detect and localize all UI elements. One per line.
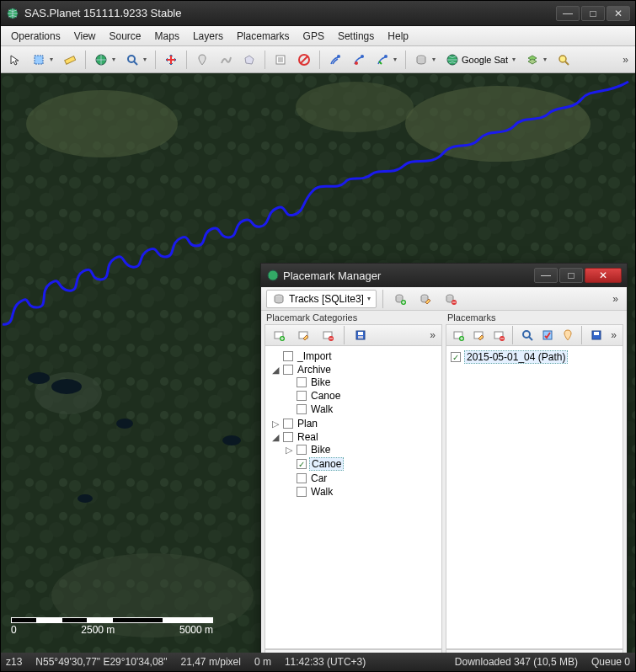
cat-remove-button[interactable] [317, 324, 339, 346]
pm-toolbar-overflow[interactable]: » [607, 329, 620, 341]
cache-tool[interactable]: ▾ [410, 49, 440, 71]
dialog-titlebar[interactable]: Placemark Manager — □ ✕ [261, 264, 627, 287]
checkbox[interactable] [297, 487, 307, 497]
svg-point-26 [26, 90, 178, 157]
checkbox[interactable] [451, 352, 461, 362]
gps-connect-tool[interactable] [324, 49, 346, 71]
checkbox[interactable] [297, 404, 307, 414]
gps-track-tool[interactable] [348, 49, 370, 71]
checkbox[interactable] [297, 445, 307, 455]
cat-toolbar-overflow[interactable]: » [426, 329, 439, 341]
tree-item-import[interactable]: _Import [296, 350, 334, 362]
save-icon [590, 328, 603, 342]
db-edit-icon [419, 292, 432, 306]
tree-item-real-car[interactable]: Car [309, 472, 329, 484]
db-add-button[interactable] [389, 288, 411, 310]
map-source-select[interactable]: Google Sat ▾ [441, 49, 520, 71]
tree-item-real[interactable]: Real [296, 431, 320, 443]
add-path-tool[interactable] [215, 49, 237, 71]
placemark-manager-tool[interactable] [270, 49, 291, 71]
rect-select-tool[interactable]: ▾ [28, 49, 57, 71]
pm-goto-button[interactable] [518, 324, 536, 346]
statusbar: z13 N55°49'30,77" E29°10'34,08" 21,47 m/… [1, 653, 635, 671]
maximize-button[interactable]: □ [581, 6, 605, 21]
pm-remove-button[interactable] [489, 324, 507, 346]
checkbox[interactable] [283, 365, 293, 375]
separator [319, 51, 320, 69]
menu-gps[interactable]: GPS [297, 29, 331, 44]
expand-icon[interactable]: ▷ [270, 419, 281, 429]
menu-maps[interactable]: Maps [148, 29, 186, 44]
menu-placemarks[interactable]: Placemarks [230, 29, 297, 44]
measure-tool[interactable] [59, 49, 81, 71]
placemark-item[interactable]: 2015-05-01_04 (Path) [450, 349, 619, 365]
pm-add-button[interactable] [449, 324, 467, 346]
fullscreen-tool[interactable] [160, 49, 182, 71]
pm-edit-button[interactable] [469, 324, 487, 346]
toolbar-overflow-icon[interactable]: » [619, 54, 632, 66]
menu-layers[interactable]: Layers [186, 29, 230, 44]
tree-item-archive-walk[interactable]: Walk [309, 403, 334, 415]
categories-pane: Placemark Categories » _Import ◢Archive [265, 311, 442, 653]
checkbox[interactable] [283, 432, 293, 442]
map-viewport[interactable]: 0 2500 m 5000 m Placemark Manager — □ ✕ … [1, 73, 635, 653]
disk-icon [414, 53, 428, 67]
dialog-maximize-button[interactable]: □ [559, 268, 583, 283]
pm-select-button[interactable] [538, 324, 556, 346]
expand-icon[interactable]: ◢ [270, 365, 281, 376]
zoom-tool[interactable]: ▾ [121, 49, 151, 71]
db-remove-button[interactable] [440, 288, 462, 310]
pm-pin-button[interactable] [559, 324, 576, 346]
tree-item-real-canoe[interactable]: Canoe [309, 457, 344, 471]
close-button[interactable]: ✕ [607, 6, 630, 21]
tree-item-archive-canoe[interactable]: Canoe [309, 390, 342, 402]
layers-tool[interactable]: ▾ [521, 49, 551, 71]
tree-item-real-bike[interactable]: Bike [309, 444, 332, 456]
tree-item-real-walk[interactable]: Walk [309, 486, 334, 498]
tree-item-archive[interactable]: Archive [296, 364, 333, 376]
minimize-button[interactable]: — [556, 6, 580, 21]
svg-point-31 [28, 372, 50, 384]
separator [155, 51, 156, 69]
menu-operations[interactable]: Operations [4, 29, 67, 44]
menu-settings[interactable]: Settings [331, 29, 381, 44]
dialog-close-button[interactable]: ✕ [585, 268, 622, 283]
scale-mid: 2500 m [81, 624, 115, 636]
hide-marks-tool[interactable] [293, 49, 315, 71]
placemark-label[interactable]: 2015-05-01_04 (Path) [464, 350, 568, 364]
menu-view[interactable]: View [67, 29, 103, 44]
cat-edit-button[interactable] [292, 324, 314, 346]
db-selector[interactable]: Tracks [SQLite3] ▾ [266, 290, 377, 308]
checkbox[interactable] [297, 473, 307, 483]
tree-item-plan[interactable]: Plan [296, 418, 319, 429]
titlebar: SAS.Planet 151111.9233 Stable — □ ✕ [1, 1, 635, 26]
pm-save-button[interactable] [587, 324, 605, 346]
menu-source[interactable]: Source [103, 29, 148, 44]
expand-icon[interactable]: ◢ [270, 432, 281, 443]
separator [405, 51, 406, 69]
gps-follow-tool[interactable]: ▾ [371, 49, 401, 71]
add-polygon-tool[interactable] [238, 49, 260, 71]
checkbox[interactable] [283, 351, 293, 361]
db-toolbar-overflow[interactable]: » [609, 293, 622, 305]
tree-item-archive-bike[interactable]: Bike [309, 376, 332, 388]
cat-save-button[interactable] [350, 324, 371, 346]
checkbox[interactable] [283, 419, 293, 429]
satellite-follow-icon [376, 53, 389, 67]
separator [85, 51, 86, 69]
placemarks-list[interactable]: 2015-05-01_04 (Path) [446, 346, 623, 649]
checkbox[interactable] [297, 377, 307, 387]
add-point-tool[interactable] [191, 49, 213, 71]
dialog-minimize-button[interactable]: — [534, 268, 558, 283]
pointer-tool[interactable] [4, 49, 26, 71]
checkbox[interactable] [297, 391, 307, 401]
search-tool[interactable] [553, 49, 575, 71]
goto-tool[interactable]: ▾ [90, 49, 120, 71]
cat-add-button[interactable] [268, 324, 290, 346]
expand-icon[interactable]: ▷ [284, 445, 294, 456]
categories-tree[interactable]: _Import ◢Archive Bike Canoe Walk ▷Plan ◢… [265, 346, 442, 649]
svg-point-15 [384, 55, 387, 58]
db-edit-button[interactable] [414, 288, 436, 310]
checkbox[interactable] [297, 459, 307, 469]
menu-help[interactable]: Help [381, 29, 415, 44]
